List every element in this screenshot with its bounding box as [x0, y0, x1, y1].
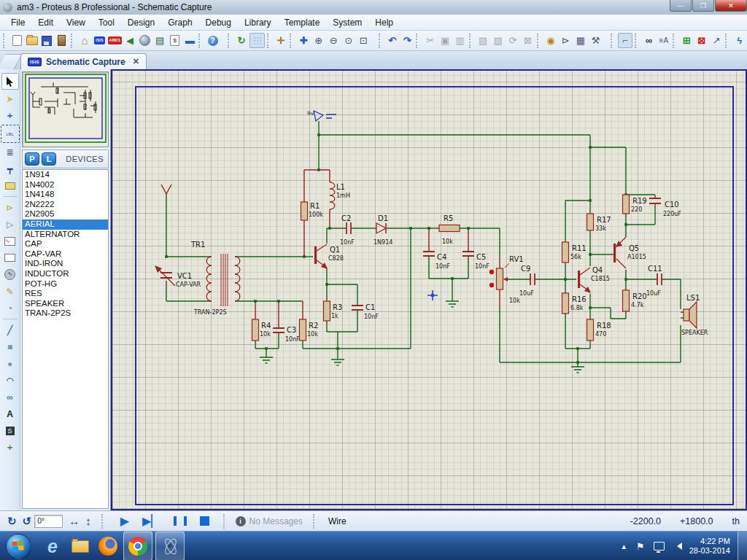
- close-button[interactable]: ✕: [715, 0, 747, 12]
- help-icon[interactable]: ?: [206, 34, 220, 47]
- property-assignment-icon[interactable]: ≡A: [657, 34, 671, 47]
- device-item[interactable]: POT-HG: [23, 279, 108, 289]
- block-rotate-icon[interactable]: ⟳: [506, 34, 520, 47]
- back-icon[interactable]: ◀: [123, 34, 137, 47]
- component-Q1[interactable]: Q1 C828: [314, 244, 344, 269]
- component-C10[interactable]: C10 220uF: [649, 198, 681, 217]
- menu-edit[interactable]: Edit: [31, 16, 60, 29]
- design-explorer-icon[interactable]: ▤: [153, 34, 167, 47]
- component-TR1[interactable]: TR1 TRAN-2P2S: [190, 241, 240, 316]
- zoom-area-icon[interactable]: ⊡: [357, 34, 371, 47]
- component-VC1[interactable]: VC1 CAP-VAR: [155, 265, 201, 288]
- component-Q5[interactable]: Q5 A1015: [614, 237, 646, 268]
- menu-library[interactable]: Library: [238, 16, 278, 29]
- hidden-icons-arrow[interactable]: ▲: [620, 542, 627, 551]
- open-design-icon[interactable]: [25, 34, 39, 47]
- bill-of-materials-icon[interactable]: $: [168, 34, 182, 47]
- play-button[interactable]: ▶: [120, 516, 129, 527]
- stop-button[interactable]: [200, 516, 209, 526]
- 2d-closed-path-icon[interactable]: ∞: [2, 389, 18, 405]
- new-sheet-icon[interactable]: ⊞: [680, 34, 694, 47]
- component-R17[interactable]: R17 33k: [587, 214, 611, 232]
- 3d-viewer-icon[interactable]: [138, 34, 152, 47]
- component-C11[interactable]: C11 10uF: [646, 265, 662, 297]
- block-delete-icon[interactable]: ⊠: [521, 34, 535, 47]
- overview-minimap[interactable]: [22, 71, 109, 147]
- component-D1[interactable]: D1 1N914: [374, 214, 392, 246]
- ares-icon[interactable]: ARES: [108, 34, 122, 47]
- make-device-icon[interactable]: ⊳: [559, 34, 573, 47]
- zoom-in-icon[interactable]: ⊕: [312, 34, 326, 47]
- component-Q4[interactable]: Q4 C1815: [578, 266, 610, 293]
- new-file-icon[interactable]: [10, 34, 24, 47]
- menu-system[interactable]: System: [326, 16, 368, 29]
- component-R4[interactable]: R4 10k: [252, 319, 271, 341]
- step-button[interactable]: ▶▏: [142, 516, 160, 527]
- device-item[interactable]: 1N4148: [23, 190, 108, 200]
- electrical-rule-check-icon[interactable]: ϟ: [732, 34, 746, 47]
- refresh-icon[interactable]: ↻: [235, 34, 249, 47]
- component-R11[interactable]: R11 56k: [562, 242, 587, 262]
- device-item[interactable]: INDUCTOR: [23, 269, 108, 279]
- device-pins-mode-icon[interactable]: ▷: [2, 217, 18, 232]
- component-C3[interactable]: C3 10nF: [273, 326, 300, 343]
- goto-sheet-icon[interactable]: ↗: [710, 34, 724, 47]
- search-tag-icon[interactable]: ∞: [642, 34, 656, 47]
- chrome-icon[interactable]: [123, 532, 152, 560]
- title-bar[interactable]: am3 - Proteus 8 Professional - Schematic…: [0, 0, 747, 15]
- 2d-arc-icon[interactable]: ◠: [2, 373, 18, 388]
- device-item[interactable]: 1N4002: [23, 180, 108, 190]
- origin-icon[interactable]: ✛: [274, 34, 288, 47]
- selection-mode-icon[interactable]: [1, 73, 19, 90]
- clock[interactable]: 4:22 PM 28-03-2014: [689, 537, 730, 556]
- device-item[interactable]: TRAN-2P2S: [23, 308, 108, 319]
- undo-icon[interactable]: ↶: [385, 34, 399, 47]
- device-item[interactable]: IND-IRON: [23, 259, 108, 269]
- current-probe-mode-icon[interactable]: ◔: [2, 300, 18, 316]
- component-R3[interactable]: R3 1k: [324, 301, 343, 321]
- flip-vertical-icon[interactable]: ↕: [85, 515, 91, 527]
- pick-devices-button[interactable]: P: [25, 152, 39, 166]
- component-LS1[interactable]: LS1 SPEAKER: [681, 294, 708, 336]
- zoom-out-icon[interactable]: ⊖: [327, 34, 341, 47]
- device-item[interactable]: 2N2905: [23, 209, 108, 219]
- toggle-grid-icon[interactable]: [249, 33, 265, 48]
- menu-design[interactable]: Design: [121, 16, 161, 29]
- component-R5[interactable]: R5 10k: [439, 214, 460, 245]
- menu-tool[interactable]: Tool: [92, 16, 121, 29]
- device-item[interactable]: CAP-VAR: [23, 249, 108, 260]
- packaging-tool-icon[interactable]: ▦: [574, 34, 588, 47]
- graph-mode-icon[interactable]: ∿: [2, 233, 18, 249]
- generator-mode-icon[interactable]: ∿: [2, 267, 18, 282]
- remove-sheet-icon[interactable]: ⊠: [694, 34, 708, 47]
- rotation-angle-field[interactable]: 0°: [34, 515, 63, 528]
- cut-icon[interactable]: ✂: [423, 34, 437, 47]
- 2d-markers-icon[interactable]: ＋: [2, 440, 18, 455]
- subcircuit-mode-icon[interactable]: [2, 178, 18, 193]
- home-icon[interactable]: ⌂: [78, 34, 92, 47]
- proteus-taskbar-icon[interactable]: [155, 532, 185, 560]
- voltage-probe-mode-icon[interactable]: ✎: [2, 284, 18, 299]
- firefox-icon[interactable]: [94, 532, 122, 560]
- 2d-symbol-icon[interactable]: S: [2, 423, 18, 438]
- component-C4[interactable]: C4 10nF: [423, 252, 450, 270]
- volume-icon[interactable]: [673, 542, 682, 550]
- show-desktop-button[interactable]: [738, 532, 747, 560]
- device-item[interactable]: SPEAKER: [23, 299, 108, 309]
- schematic-canvas[interactable]: 9v VC1 CAP-VAR: [111, 69, 747, 510]
- menu-view[interactable]: View: [60, 16, 92, 29]
- block-move-icon[interactable]: ▨: [491, 34, 505, 47]
- text-script-mode-icon[interactable]: ≣: [2, 144, 18, 160]
- wire-net[interactable]: [166, 121, 684, 367]
- minimize-button[interactable]: —: [670, 0, 692, 12]
- tab-close-icon[interactable]: ✕: [133, 57, 139, 66]
- menu-template[interactable]: Template: [278, 16, 327, 29]
- network-icon[interactable]: [654, 542, 665, 551]
- start-button[interactable]: [6, 534, 31, 559]
- maximize-button[interactable]: ❐: [692, 0, 714, 12]
- device-item[interactable]: 2N2222: [23, 200, 108, 210]
- wire-autorouter-icon[interactable]: ⌐: [618, 33, 633, 48]
- 2d-box-icon[interactable]: ■: [2, 339, 18, 354]
- terminals-mode-icon[interactable]: ⊳: [2, 200, 18, 215]
- component-R20[interactable]: R20 4.7k: [623, 290, 647, 311]
